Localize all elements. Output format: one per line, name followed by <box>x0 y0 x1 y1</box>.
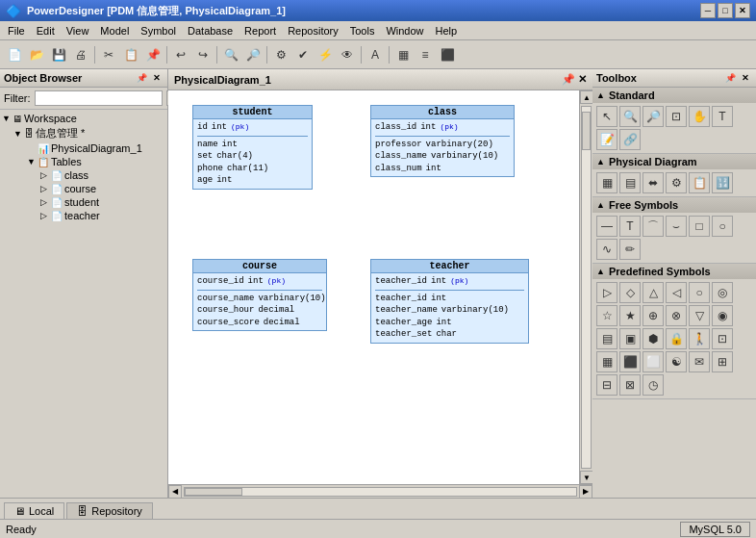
paste-button[interactable]: 📌 <box>142 44 164 65</box>
tool-freehand[interactable]: ✏ <box>619 239 641 260</box>
layout-button[interactable]: ▦ <box>392 44 414 65</box>
minimize-button[interactable]: ─ <box>700 3 716 18</box>
tool-pre-19[interactable]: ▦ <box>596 351 617 372</box>
maximize-button[interactable]: □ <box>718 3 733 18</box>
tree-db[interactable]: ▼ 🗄 信息管理 * <box>0 125 167 141</box>
tree-table-course[interactable]: ▷ 📄 course <box>0 182 167 195</box>
tool-hand[interactable]: ✋ <box>689 106 710 127</box>
tool-pre-22[interactable]: ☯ <box>666 351 687 372</box>
table-student[interactable]: student id int (pk) name int <box>192 105 313 190</box>
menu-item-model[interactable]: Model <box>94 23 135 38</box>
tool-calc[interactable]: 🔢 <box>712 172 733 193</box>
tool-rect[interactable]: □ <box>689 216 710 237</box>
menu-item-symbol[interactable]: Symbol <box>135 23 182 38</box>
tool-wave[interactable]: ∿ <box>596 239 617 260</box>
undo-button[interactable]: ↩ <box>170 44 191 65</box>
toolbox-standard-header[interactable]: ▲ Standard <box>592 88 756 103</box>
table-class[interactable]: class class_id int (pk) professor varbin… <box>370 105 515 177</box>
tool-select[interactable]: ↖ <box>596 106 617 127</box>
table-course[interactable]: course course_id int (pk) course_name va… <box>192 259 327 331</box>
zoom-in-button[interactable]: 🔎 <box>242 44 264 65</box>
expand-db[interactable]: ▼ <box>13 129 23 139</box>
menu-item-window[interactable]: Window <box>380 23 429 38</box>
tool-pre-12[interactable]: ◉ <box>712 305 733 326</box>
tool-arc2[interactable]: ⌣ <box>666 216 687 237</box>
toolbox-physical-header[interactable]: ▲ Physical Diagram <box>592 154 756 169</box>
tab-local[interactable]: 🖥 Local <box>4 502 64 519</box>
tool-line[interactable]: — <box>596 216 617 237</box>
save-button[interactable]: 💾 <box>48 44 69 65</box>
tree-table-student[interactable]: ▷ 📄 student <box>0 195 167 209</box>
toolbox-free-header[interactable]: ▲ Free Symbols <box>592 197 756 213</box>
tool-pre-24[interactable]: ⊞ <box>712 351 733 372</box>
close-button[interactable]: ✕ <box>735 3 750 18</box>
diagram-canvas[interactable]: student id int (pk) name int <box>168 90 592 484</box>
tool-pre-21[interactable]: ⬜ <box>643 351 664 372</box>
menu-item-file[interactable]: File <box>2 23 31 38</box>
print-button[interactable]: 🖨 <box>70 44 91 65</box>
menu-item-repository[interactable]: Repository <box>282 23 344 38</box>
expand-class[interactable]: ▷ <box>40 170 50 180</box>
tool-copy[interactable]: 📋 <box>689 172 710 193</box>
tool-table[interactable]: ▦ <box>596 172 617 193</box>
menu-item-view[interactable]: View <box>61 23 95 38</box>
tree-table-class[interactable]: ▷ 📄 class <box>0 168 167 182</box>
toolbox-pin-button[interactable]: 📌 <box>723 71 737 85</box>
tool-pre-10[interactable]: ⊗ <box>666 305 687 326</box>
tool-arc1[interactable]: ⌒ <box>643 216 664 237</box>
menu-item-tools[interactable]: Tools <box>344 23 381 38</box>
tool-pre-18[interactable]: ⊡ <box>712 328 733 349</box>
check-button[interactable]: ✔ <box>292 44 314 65</box>
menu-item-report[interactable]: Report <box>239 23 282 38</box>
tool-pre-13[interactable]: ▤ <box>596 328 617 349</box>
align-button[interactable]: ≡ <box>415 44 436 65</box>
tool-pre-4[interactable]: ◁ <box>666 282 687 303</box>
toolbox-close-button[interactable]: ✕ <box>739 71 752 85</box>
text-button[interactable]: A <box>365 44 386 65</box>
tool-link[interactable]: 🔗 <box>619 129 641 150</box>
tool-pre-17[interactable]: 🚶 <box>689 328 710 349</box>
open-button[interactable]: 📂 <box>26 44 47 65</box>
properties-button[interactable]: ⚙ <box>270 44 291 65</box>
expand-tables[interactable]: ▼ <box>27 157 37 167</box>
ob-pin-button[interactable]: 📌 <box>135 71 148 85</box>
tool-pre-23[interactable]: ✉ <box>689 351 710 372</box>
toolbox-predefined-header[interactable]: ▲ Predefined Symbols <box>592 264 756 279</box>
tool-pre-26[interactable]: ⊠ <box>619 374 641 396</box>
find-button[interactable]: 🔍 <box>220 44 241 65</box>
scroll-left-button[interactable]: ◀ <box>168 485 182 499</box>
generate-button[interactable]: ⚡ <box>315 44 336 65</box>
tool-pre-8[interactable]: ★ <box>619 305 641 326</box>
menu-item-edit[interactable]: Edit <box>31 23 61 38</box>
tool-pre-25[interactable]: ⊟ <box>596 374 617 396</box>
scroll-up-button[interactable]: ▲ <box>580 90 592 104</box>
tool-pre-9[interactable]: ⊕ <box>643 305 664 326</box>
scroll-thumb-h[interactable] <box>185 488 242 496</box>
tree-tables[interactable]: ▼ 📋 Tables <box>0 155 167 168</box>
tab-repository[interactable]: 🗄 Repository <box>66 502 153 519</box>
filter-input[interactable] <box>35 90 163 106</box>
tree-diagram[interactable]: 📊 PhysicalDiagram_1 <box>0 141 167 155</box>
tool-pre-6[interactable]: ◎ <box>712 282 733 303</box>
new-button[interactable]: 📄 <box>4 44 25 65</box>
tree-workspace[interactable]: ▼ 🖥 Workspace <box>0 112 167 125</box>
tool-pre-5[interactable]: ○ <box>689 282 710 303</box>
tool-settings[interactable]: ⚙ <box>666 172 687 193</box>
diagram-pin-button[interactable]: 📌 <box>562 73 575 86</box>
copy-button[interactable]: 📋 <box>120 44 141 65</box>
diagram-close-button[interactable]: ✕ <box>578 73 587 86</box>
tool-pre-27[interactable]: ◷ <box>643 374 664 396</box>
menu-item-help[interactable]: Help <box>430 23 464 38</box>
scroll-down-button[interactable]: ▼ <box>580 471 592 484</box>
vertical-scrollbar[interactable]: ▲ ▼ <box>579 90 592 484</box>
expand-course[interactable]: ▷ <box>40 184 50 193</box>
tool-text[interactable]: T <box>712 106 733 127</box>
scroll-thumb-v[interactable] <box>582 112 591 150</box>
tool-ref[interactable]: ⬌ <box>643 172 664 193</box>
tool-pre-11[interactable]: ▽ <box>689 305 710 326</box>
tool-pre-2[interactable]: ◇ <box>619 282 641 303</box>
tool-pre-3[interactable]: △ <box>643 282 664 303</box>
tree-table-teacher[interactable]: ▷ 📄 teacher <box>0 209 167 222</box>
tool-pre-16[interactable]: 🔒 <box>666 328 687 349</box>
tool-text2[interactable]: T <box>619 216 641 237</box>
